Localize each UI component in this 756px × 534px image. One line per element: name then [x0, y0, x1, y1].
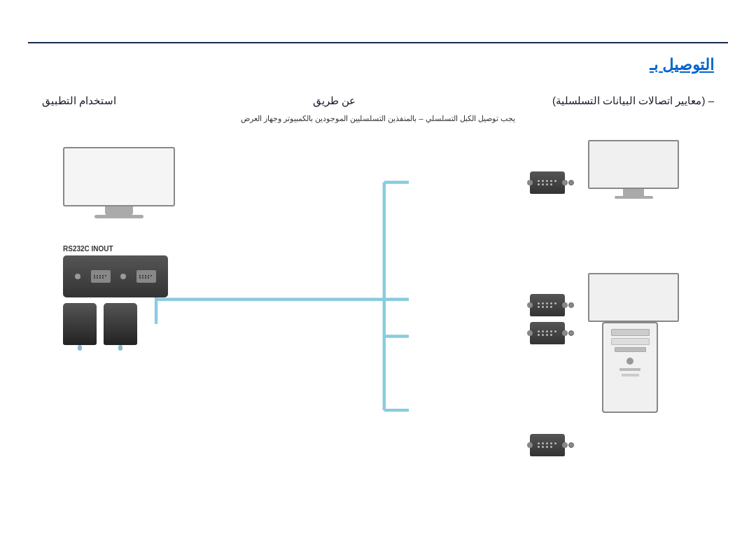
- db9-screw-left-top: [527, 180, 533, 185]
- computer-tower: [602, 322, 672, 420]
- right-monitor-top-screen: [588, 140, 679, 189]
- col3-text: – (معايير اتصالات البيانات التسلسلية): [552, 94, 714, 107]
- dot: [554, 302, 556, 304]
- dot: [139, 275, 141, 276]
- dot: [538, 446, 540, 448]
- rs232-port1-dots: [94, 275, 107, 279]
- db9-connector-top: [530, 171, 565, 194]
- tower-detail-1: [620, 368, 640, 371]
- dot: [550, 180, 552, 182]
- cable-tip-1: [78, 345, 82, 351]
- dot: [542, 180, 544, 182]
- dot: [542, 442, 544, 444]
- db9-screw-left-mid1: [527, 302, 533, 308]
- dot: [97, 275, 98, 276]
- db9-screw-left-mid2: [527, 330, 533, 336]
- dot: [538, 442, 540, 444]
- right-monitor-top-stand: [623, 189, 644, 196]
- dot: [99, 277, 101, 279]
- rs232-indicator1: [75, 274, 80, 279]
- dot: [546, 446, 548, 448]
- tower-floppy-drive: [615, 347, 646, 352]
- dot: [546, 442, 548, 444]
- right-monitor-top: [588, 140, 679, 203]
- dot: [538, 330, 540, 332]
- dot: [546, 183, 548, 185]
- section-header: – (معايير اتصالات البيانات التسلسلية) عن…: [42, 94, 714, 107]
- dot: [150, 275, 152, 276]
- dot: [550, 183, 552, 185]
- right-monitor-top-unit: [588, 140, 679, 203]
- dot: [94, 277, 95, 279]
- cable-tip-2: [118, 345, 122, 351]
- col1-text: استخدام التطبيق: [42, 94, 116, 107]
- dot: [542, 306, 544, 308]
- col2-text: عن طريق: [313, 94, 356, 107]
- dot: [542, 334, 544, 336]
- left-monitor-base: [94, 215, 144, 218]
- rs232-port2: [136, 270, 156, 283]
- top-divider: [28, 42, 728, 43]
- dot: [542, 446, 544, 448]
- dot: [546, 302, 548, 304]
- tower-drive-bay-2: [611, 338, 650, 345]
- db9-screw-right-top: [562, 180, 568, 185]
- db9-dots-top: [538, 180, 557, 185]
- tower-power-button: [626, 358, 634, 365]
- left-monitor-stand: [105, 206, 133, 215]
- dot: [94, 275, 95, 276]
- cable-connectors-group: [63, 303, 182, 345]
- cable-connector-1: [63, 303, 97, 345]
- dot: [542, 302, 544, 304]
- left-monitor: [63, 147, 175, 224]
- connector-middle-2-row: [530, 322, 574, 344]
- dot: [538, 183, 540, 185]
- dot: [139, 277, 141, 279]
- db9-dots-mid2: [538, 330, 557, 336]
- dot: [542, 330, 544, 332]
- dot: [550, 446, 552, 448]
- dot: [550, 442, 552, 444]
- page-title: التوصيل بـ: [650, 56, 714, 74]
- dot: [550, 330, 552, 332]
- dot: [538, 302, 540, 304]
- dot: [538, 334, 540, 336]
- dot: [102, 275, 104, 276]
- left-monitor-screen: [63, 147, 175, 206]
- db9-connector-bottom: [530, 434, 565, 456]
- dot: [542, 183, 544, 185]
- dot: [550, 302, 552, 304]
- db9-lock-top: [568, 180, 574, 185]
- dot: [102, 277, 104, 279]
- rs232-port2-dots: [139, 275, 153, 279]
- db9-screw-left-bottom: [527, 442, 533, 448]
- dot: [550, 334, 552, 336]
- dot: [105, 275, 106, 276]
- db9-lock-mid2: [568, 330, 574, 336]
- dot: [538, 306, 540, 308]
- dot: [142, 275, 144, 276]
- dot: [148, 275, 149, 276]
- connector-middle-group: [530, 294, 574, 344]
- connector-top-row: [530, 171, 574, 194]
- dot: [145, 277, 146, 279]
- right-monitor-top-base: [615, 196, 653, 199]
- dot: [97, 277, 98, 279]
- rs232-device: RS232C INOUT: [63, 245, 182, 345]
- dot: [148, 277, 149, 279]
- dot: [546, 180, 548, 182]
- db9-lock-bottom: [568, 442, 574, 448]
- rs232-indicator2: [120, 274, 126, 279]
- dot: [546, 330, 548, 332]
- dot: [554, 180, 556, 182]
- rs232-label: RS232C INOUT: [63, 245, 182, 253]
- db9-connector-mid1: [530, 294, 565, 316]
- dot: [546, 306, 548, 308]
- db9-screw-right-mid1: [562, 302, 568, 308]
- connector-middle-1-row: [530, 294, 574, 316]
- db9-dots-bottom: [538, 442, 557, 448]
- diagram-area: RS232C INOUT: [42, 133, 714, 478]
- dot: [99, 275, 101, 276]
- dot: [538, 180, 540, 182]
- db9-screw-right-bottom: [562, 442, 568, 448]
